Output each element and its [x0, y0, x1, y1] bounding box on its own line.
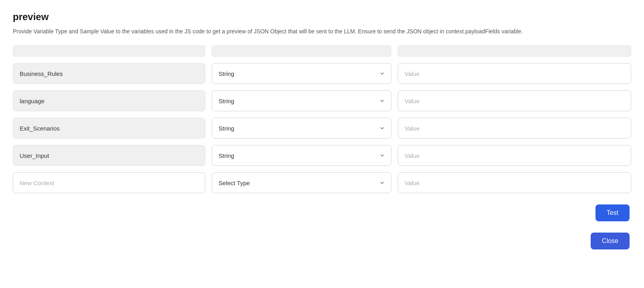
value-input-exit-scenarios[interactable]	[398, 118, 631, 139]
page-description: Provide Variable Type and Sample Value t…	[13, 27, 630, 36]
top-partial-name	[13, 45, 205, 57]
top-partial-value	[398, 45, 631, 57]
row-user-input: User_Input String Number Boolean Object …	[13, 145, 631, 166]
variable-name-user-input: User_Input	[13, 145, 205, 166]
type-select-user-input[interactable]: String Number Boolean Object Array	[212, 145, 391, 166]
value-input-language[interactable]	[398, 90, 631, 111]
type-select-business-rules[interactable]: String Number Boolean Object Array	[212, 63, 391, 84]
close-button[interactable]: Close	[591, 233, 630, 249]
row-new-context: Select Type String Number Boolean Object…	[13, 172, 631, 193]
row-business-rules: Business_Rules String Number Boolean Obj…	[13, 63, 631, 84]
value-input-new-context[interactable]	[398, 172, 631, 193]
value-input-user-input[interactable]	[398, 145, 631, 166]
test-button[interactable]: Test	[595, 204, 630, 221]
row-exit-scenarios: Exit_Scenarios String Number Boolean Obj…	[13, 118, 631, 139]
page-title: preview	[13, 11, 631, 22]
row-language: language String Number Boolean Object Ar…	[13, 90, 631, 111]
type-select-language[interactable]: String Number Boolean Object Array	[212, 90, 391, 111]
top-partial-row	[13, 45, 631, 57]
variable-name-language: language	[13, 90, 205, 111]
type-select-new-context[interactable]: Select Type String Number Boolean Object…	[212, 172, 391, 193]
type-select-exit-scenarios[interactable]: String Number Boolean Object Array	[212, 118, 391, 139]
bottom-actions: Test Close	[13, 204, 631, 249]
value-input-business-rules[interactable]	[398, 63, 631, 84]
top-partial-type	[212, 45, 391, 57]
variable-name-business-rules: Business_Rules	[13, 63, 205, 84]
variable-name-exit-scenarios: Exit_Scenarios	[13, 118, 205, 139]
variables-form: Business_Rules String Number Boolean Obj…	[13, 63, 631, 193]
variable-name-new-context[interactable]	[13, 172, 205, 193]
